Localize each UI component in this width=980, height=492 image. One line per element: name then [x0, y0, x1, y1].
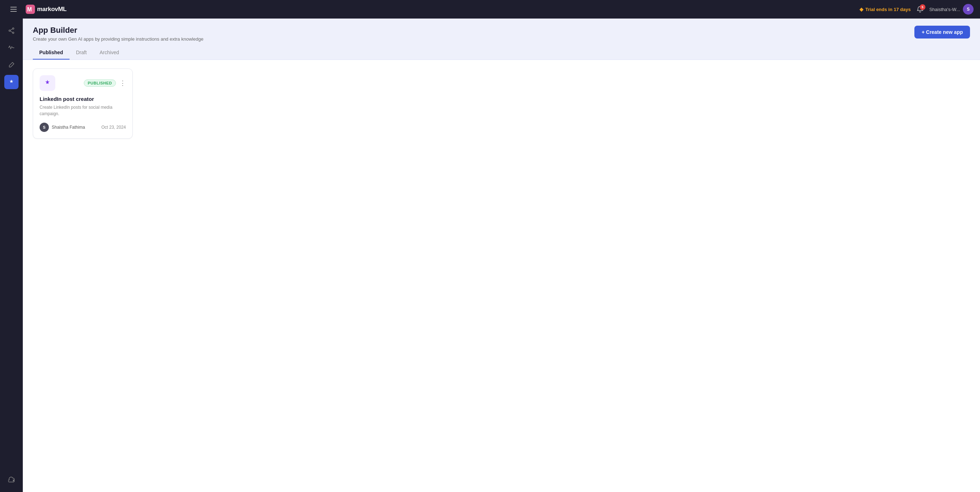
tab-archived[interactable]: Archived — [93, 46, 125, 60]
card-footer: S Shaistha Fathima Oct 23, 2024 — [40, 123, 126, 132]
content-area: PUBLISHED ⋮ LinkedIn post creator Create… — [23, 60, 980, 492]
trial-text: Trial ends in 17 days — [865, 7, 911, 12]
user-avatar: S — [963, 4, 974, 14]
author-name: Shaistha Fathima — [52, 125, 85, 130]
main-layout: App Builder Create your own Gen AI apps … — [0, 0, 980, 492]
notifications-button[interactable]: 5 — [916, 6, 924, 13]
logo-text: markovML — [37, 6, 67, 13]
page-subtitle: Create your own Gen AI apps by providing… — [33, 37, 203, 42]
card-header: PUBLISHED ⋮ — [40, 75, 126, 91]
trial-badge: ◆ Trial ends in 17 days — [859, 6, 911, 12]
sidebar-bottom — [4, 473, 19, 487]
logo: M markovML — [25, 5, 67, 14]
create-btn-label: + Create new app — [921, 29, 963, 35]
hamburger-icon — [9, 5, 18, 13]
app-card[interactable]: PUBLISHED ⋮ LinkedIn post creator Create… — [33, 68, 133, 139]
user-menu[interactable]: Shaistha's-W... S — [929, 4, 974, 14]
top-navbar: M markovML ◆ Trial ends in 17 days 5 Sha… — [0, 0, 980, 19]
page-title-area: App Builder Create your own Gen AI apps … — [33, 26, 203, 42]
page-header: App Builder Create your own Gen AI apps … — [23, 19, 980, 60]
sidebar-item-apps[interactable] — [4, 75, 19, 89]
nav-right: ◆ Trial ends in 17 days 5 Shaistha's-W..… — [859, 4, 974, 14]
app-icon — [40, 75, 55, 91]
nav-left: M markovML — [6, 2, 67, 16]
svg-point-7 — [11, 82, 12, 83]
sidebar-item-edit[interactable] — [4, 58, 19, 72]
svg-text:M: M — [27, 6, 32, 13]
hamburger-button[interactable] — [6, 2, 21, 16]
app-description: Create LinkedIn posts for social media c… — [40, 104, 126, 117]
diamond-icon: ◆ — [859, 6, 863, 12]
sidebar-item-activity[interactable] — [4, 41, 19, 55]
logo-icon: M — [25, 5, 35, 14]
user-name: Shaistha's-W... — [929, 7, 960, 12]
svg-point-3 — [9, 30, 10, 32]
sidebar-item-cloud[interactable] — [4, 473, 19, 487]
sidebar — [0, 19, 23, 492]
tabs: Published Draft Archived — [33, 46, 970, 60]
page-header-top: App Builder Create your own Gen AI apps … — [33, 26, 970, 42]
svg-point-4 — [13, 32, 14, 33]
svg-line-5 — [10, 29, 13, 30]
tab-published[interactable]: Published — [33, 46, 70, 60]
create-new-app-button[interactable]: + Create new app — [915, 26, 970, 38]
sidebar-item-share[interactable] — [4, 24, 19, 38]
svg-point-2 — [13, 28, 14, 29]
app-name: LinkedIn post creator — [40, 96, 126, 102]
tab-draft[interactable]: Draft — [70, 46, 93, 60]
published-badge: PUBLISHED — [84, 79, 116, 87]
more-options-button[interactable]: ⋮ — [119, 80, 126, 86]
card-header-right: PUBLISHED ⋮ — [84, 79, 126, 87]
main-content: App Builder Create your own Gen AI apps … — [23, 19, 980, 492]
author-avatar: S — [40, 123, 49, 132]
author-area: S Shaistha Fathima — [40, 123, 85, 132]
svg-point-8 — [47, 83, 48, 84]
svg-line-6 — [10, 31, 13, 32]
page-title: App Builder — [33, 26, 203, 35]
app-date: Oct 23, 2024 — [101, 125, 126, 130]
notification-count: 5 — [920, 4, 926, 10]
